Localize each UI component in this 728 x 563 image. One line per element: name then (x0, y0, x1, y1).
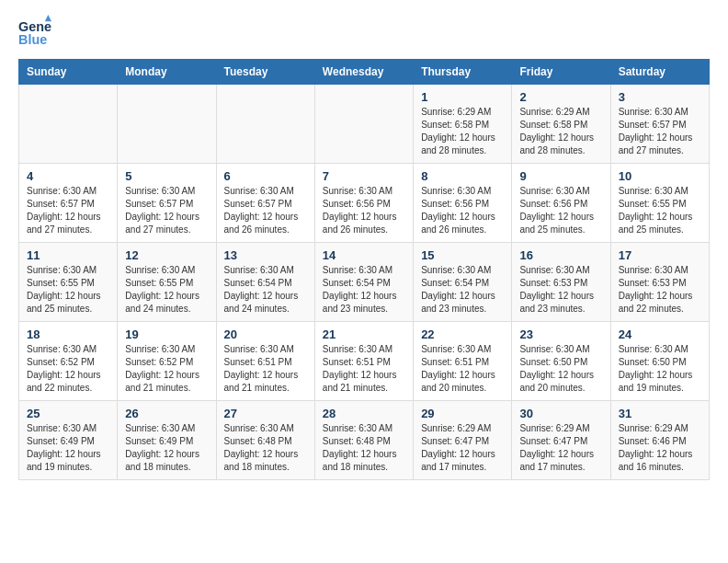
calendar-cell: 26Sunrise: 6:30 AMSunset: 6:49 PMDayligh… (118, 401, 216, 480)
day-info: Sunrise: 6:30 AMSunset: 6:52 PMDaylight:… (27, 343, 109, 395)
calendar-cell: 19Sunrise: 6:30 AMSunset: 6:52 PMDayligh… (118, 322, 216, 401)
day-info: Sunrise: 6:30 AMSunset: 6:48 PMDaylight:… (323, 422, 405, 474)
calendar-cell: 31Sunrise: 6:29 AMSunset: 6:46 PMDayligh… (610, 401, 709, 480)
day-number: 12 (125, 248, 208, 262)
day-info: Sunrise: 6:29 AMSunset: 6:46 PMDaylight:… (619, 422, 701, 474)
header-row: Sunday Monday Tuesday Wednesday Thursday… (19, 60, 710, 85)
day-info: Sunrise: 6:30 AMSunset: 6:57 PMDaylight:… (619, 106, 701, 157)
day-number: 22 (421, 327, 504, 341)
day-number: 24 (619, 327, 701, 341)
calendar-cell: 17Sunrise: 6:30 AMSunset: 6:53 PMDayligh… (610, 243, 709, 322)
day-number: 2 (519, 90, 602, 104)
calendar-week-4: 18Sunrise: 6:30 AMSunset: 6:52 PMDayligh… (19, 322, 710, 401)
day-info: Sunrise: 6:30 AMSunset: 6:55 PMDaylight:… (125, 264, 208, 316)
day-number: 20 (224, 327, 307, 341)
calendar-cell: 28Sunrise: 6:30 AMSunset: 6:48 PMDayligh… (314, 401, 413, 480)
day-info: Sunrise: 6:30 AMSunset: 6:56 PMDaylight:… (323, 185, 405, 236)
calendar-week-1: 1Sunrise: 6:29 AMSunset: 6:58 PMDaylight… (19, 85, 710, 164)
calendar-cell: 11Sunrise: 6:30 AMSunset: 6:55 PMDayligh… (19, 243, 118, 322)
day-info: Sunrise: 6:30 AMSunset: 6:57 PMDaylight:… (224, 185, 307, 236)
calendar-week-2: 4Sunrise: 6:30 AMSunset: 6:57 PMDaylight… (19, 164, 710, 243)
day-info: Sunrise: 6:30 AMSunset: 6:49 PMDaylight:… (125, 422, 208, 474)
day-number: 25 (27, 407, 109, 420)
calendar-cell: 24Sunrise: 6:30 AMSunset: 6:50 PMDayligh… (610, 322, 709, 401)
day-number: 27 (224, 407, 307, 420)
day-info: Sunrise: 6:30 AMSunset: 6:56 PMDaylight:… (421, 185, 504, 236)
calendar-cell: 12Sunrise: 6:30 AMSunset: 6:55 PMDayligh… (118, 243, 216, 322)
day-number: 19 (125, 327, 208, 341)
day-number: 29 (421, 407, 504, 420)
day-info: Sunrise: 6:30 AMSunset: 6:54 PMDaylight:… (421, 264, 504, 316)
day-info: Sunrise: 6:29 AMSunset: 6:58 PMDaylight:… (519, 106, 602, 157)
day-number: 21 (323, 327, 405, 341)
day-number: 14 (323, 248, 405, 262)
calendar-cell: 18Sunrise: 6:30 AMSunset: 6:52 PMDayligh… (19, 322, 118, 401)
day-number: 31 (619, 407, 701, 420)
day-info: Sunrise: 6:30 AMSunset: 6:57 PMDaylight:… (27, 185, 109, 236)
day-info: Sunrise: 6:30 AMSunset: 6:55 PMDaylight:… (619, 185, 701, 236)
day-info: Sunrise: 6:29 AMSunset: 6:58 PMDaylight:… (421, 106, 504, 157)
calendar-cell: 29Sunrise: 6:29 AMSunset: 6:47 PMDayligh… (414, 401, 512, 480)
calendar-cell: 4Sunrise: 6:30 AMSunset: 6:57 PMDaylight… (19, 164, 118, 243)
calendar-cell: 6Sunrise: 6:30 AMSunset: 6:57 PMDaylight… (216, 164, 314, 243)
calendar-table: Sunday Monday Tuesday Wednesday Thursday… (18, 59, 710, 480)
day-info: Sunrise: 6:30 AMSunset: 6:56 PMDaylight:… (519, 185, 602, 236)
calendar-cell: 9Sunrise: 6:30 AMSunset: 6:56 PMDaylight… (512, 164, 610, 243)
day-number: 15 (421, 248, 504, 262)
day-number: 23 (519, 327, 602, 341)
day-number: 6 (224, 169, 307, 183)
logo-icon: General Blue (18, 15, 51, 48)
day-number: 17 (619, 248, 701, 262)
col-tuesday: Tuesday (216, 60, 314, 85)
day-number: 8 (421, 169, 504, 183)
calendar-cell: 7Sunrise: 6:30 AMSunset: 6:56 PMDaylight… (314, 164, 413, 243)
day-number: 4 (27, 169, 109, 183)
calendar-cell: 16Sunrise: 6:30 AMSunset: 6:53 PMDayligh… (512, 243, 610, 322)
day-info: Sunrise: 6:30 AMSunset: 6:53 PMDaylight:… (519, 264, 602, 316)
day-number: 11 (27, 248, 109, 262)
calendar-body: 1Sunrise: 6:29 AMSunset: 6:58 PMDaylight… (19, 85, 710, 480)
header: General Blue (18, 15, 710, 48)
day-info: Sunrise: 6:30 AMSunset: 6:54 PMDaylight:… (323, 264, 405, 316)
day-info: Sunrise: 6:30 AMSunset: 6:49 PMDaylight:… (27, 422, 109, 474)
col-monday: Monday (118, 60, 216, 85)
day-number: 7 (323, 169, 405, 183)
calendar-header: Sunday Monday Tuesday Wednesday Thursday… (19, 60, 710, 85)
calendar-cell: 27Sunrise: 6:30 AMSunset: 6:48 PMDayligh… (216, 401, 314, 480)
day-info: Sunrise: 6:30 AMSunset: 6:54 PMDaylight:… (224, 264, 307, 316)
calendar-cell: 21Sunrise: 6:30 AMSunset: 6:51 PMDayligh… (314, 322, 413, 401)
calendar-cell: 1Sunrise: 6:29 AMSunset: 6:58 PMDaylight… (414, 85, 512, 164)
calendar-week-3: 11Sunrise: 6:30 AMSunset: 6:55 PMDayligh… (19, 243, 710, 322)
calendar-cell: 8Sunrise: 6:30 AMSunset: 6:56 PMDaylight… (414, 164, 512, 243)
calendar-cell: 5Sunrise: 6:30 AMSunset: 6:57 PMDaylight… (118, 164, 216, 243)
calendar-cell: 30Sunrise: 6:29 AMSunset: 6:47 PMDayligh… (512, 401, 610, 480)
day-number: 28 (323, 407, 405, 420)
day-info: Sunrise: 6:30 AMSunset: 6:51 PMDaylight:… (323, 343, 405, 395)
day-info: Sunrise: 6:30 AMSunset: 6:55 PMDaylight:… (27, 264, 109, 316)
day-number: 9 (519, 169, 602, 183)
day-info: Sunrise: 6:30 AMSunset: 6:52 PMDaylight:… (125, 343, 208, 395)
day-info: Sunrise: 6:30 AMSunset: 6:51 PMDaylight:… (224, 343, 307, 395)
day-info: Sunrise: 6:30 AMSunset: 6:50 PMDaylight:… (519, 343, 602, 395)
calendar-cell: 2Sunrise: 6:29 AMSunset: 6:58 PMDaylight… (512, 85, 610, 164)
day-info: Sunrise: 6:29 AMSunset: 6:47 PMDaylight:… (519, 422, 602, 474)
day-info: Sunrise: 6:30 AMSunset: 6:51 PMDaylight:… (421, 343, 504, 395)
day-info: Sunrise: 6:29 AMSunset: 6:47 PMDaylight:… (421, 422, 504, 474)
day-number: 18 (27, 327, 109, 341)
day-info: Sunrise: 6:30 AMSunset: 6:53 PMDaylight:… (619, 264, 701, 316)
calendar-cell (314, 85, 413, 164)
day-number: 26 (125, 407, 208, 420)
logo: General Blue (18, 15, 51, 48)
calendar-cell: 13Sunrise: 6:30 AMSunset: 6:54 PMDayligh… (216, 243, 314, 322)
calendar-cell: 25Sunrise: 6:30 AMSunset: 6:49 PMDayligh… (19, 401, 118, 480)
calendar-cell: 22Sunrise: 6:30 AMSunset: 6:51 PMDayligh… (414, 322, 512, 401)
day-number: 1 (421, 90, 504, 104)
day-number: 30 (519, 407, 602, 420)
calendar-cell: 3Sunrise: 6:30 AMSunset: 6:57 PMDaylight… (610, 85, 709, 164)
calendar-cell (118, 85, 216, 164)
calendar-cell: 10Sunrise: 6:30 AMSunset: 6:55 PMDayligh… (610, 164, 709, 243)
day-number: 5 (125, 169, 208, 183)
col-saturday: Saturday (610, 60, 709, 85)
calendar-cell (216, 85, 314, 164)
calendar-cell (19, 85, 118, 164)
